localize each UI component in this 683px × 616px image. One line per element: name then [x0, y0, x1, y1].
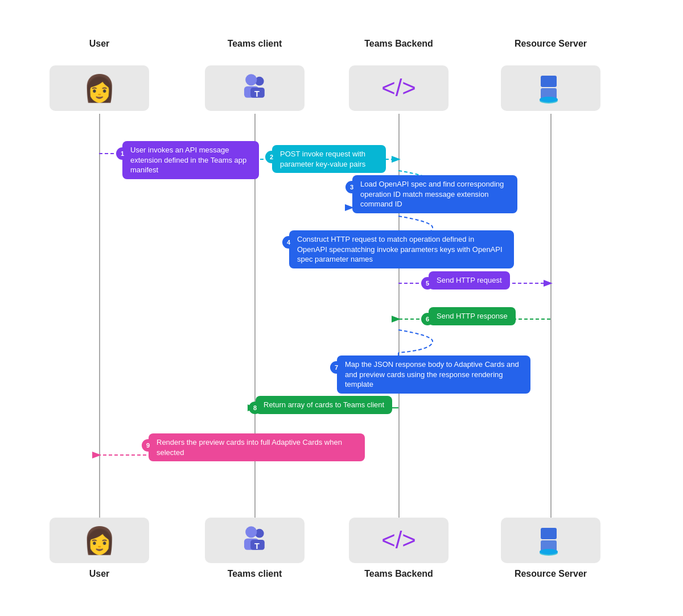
- actor-resource-server-bottom: [501, 518, 600, 563]
- step-6-circle: 6: [421, 313, 434, 325]
- label-teams-backend-bottom: Teams Backend: [349, 569, 449, 579]
- label-teams-client-top: Teams client: [205, 39, 305, 49]
- user-icon-top: 👩: [83, 73, 116, 104]
- step-2-circle: 2: [265, 151, 278, 163]
- step-3-pill: Load OpenAPI spec and find corresponding…: [352, 175, 517, 213]
- actor-user-top: 👩: [50, 65, 149, 111]
- label-teams-backend-top: Teams Backend: [349, 39, 449, 49]
- server-icon-top: [534, 71, 568, 105]
- step-9-pill: Renders the preview cards into full Adap…: [149, 433, 365, 461]
- step-6-pill: Send HTTP response: [429, 307, 516, 325]
- step-9-circle: 9: [142, 439, 154, 452]
- actor-resource-server-top: [501, 65, 600, 111]
- svg-point-29: [540, 549, 558, 555]
- step-4-circle: 4: [282, 236, 295, 249]
- label-teams-client-bottom: Teams client: [205, 569, 305, 579]
- svg-point-1: [245, 74, 257, 85]
- label-user-top: User: [50, 39, 149, 49]
- user-icon-bottom: 👩: [83, 525, 116, 556]
- lane-resource-server: [550, 114, 552, 542]
- step-8-pill: Return array of cards to Teams client: [256, 396, 392, 414]
- svg-text:T: T: [254, 89, 259, 98]
- label-resource-server-bottom: Resource Server: [501, 569, 600, 579]
- actor-teams-client-bottom: T: [205, 518, 305, 563]
- actor-teams-backend-bottom: </>: [349, 518, 449, 563]
- label-user-bottom: User: [50, 569, 149, 579]
- step-7-circle: 7: [330, 361, 343, 374]
- step-5-pill: Send HTTP request: [429, 271, 510, 290]
- step-4-pill: Construct HTTP request to match operatio…: [289, 230, 514, 268]
- backend-icon-bottom: </>: [381, 527, 416, 554]
- step-5-circle: 5: [421, 277, 434, 290]
- actor-teams-client-top: T: [205, 65, 305, 111]
- step-2-pill: POST invoke request with parameter key-v…: [272, 145, 386, 173]
- label-resource-server-top: Resource Server: [501, 39, 600, 49]
- diagram-container: User Teams client Teams Backend Resource…: [0, 0, 683, 616]
- svg-text:T: T: [254, 541, 259, 551]
- svg-rect-5: [541, 76, 557, 87]
- step-3-circle: 3: [345, 181, 358, 193]
- svg-rect-26: [541, 528, 557, 539]
- step-1-circle: 1: [116, 147, 129, 160]
- lane-user: [99, 114, 100, 542]
- step-7-pill: Map the JSON response body to Adaptive C…: [337, 355, 530, 394]
- actor-teams-backend-top: </>: [349, 65, 449, 111]
- svg-point-22: [245, 526, 257, 538]
- backend-icon-top: </>: [381, 75, 416, 102]
- step-8-circle: 8: [249, 402, 261, 414]
- svg-point-8: [540, 97, 558, 102]
- teams-icon-bottom: T: [239, 524, 271, 556]
- teams-icon-top: T: [239, 72, 271, 104]
- server-icon-bottom: [534, 523, 568, 557]
- actor-user-bottom: 👩: [50, 518, 149, 563]
- step-1-pill: User invokes an API message extension de…: [122, 141, 259, 179]
